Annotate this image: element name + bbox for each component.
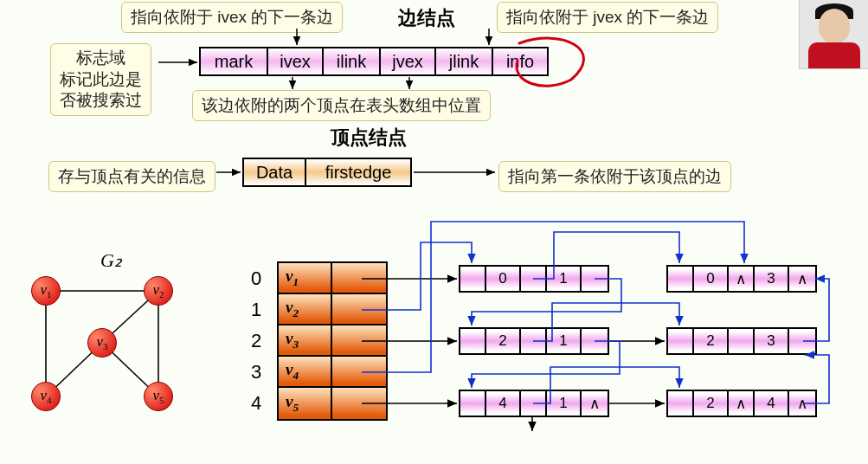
graph-vertex-v5: v5 [144,382,173,411]
va-ptr-3 [332,357,386,388]
cell [668,267,694,291]
cell: ∧ [789,391,815,416]
callout-mark: 标志域 标记此边是 否被搜索过 [50,43,151,116]
index-2: 2 [251,330,261,352]
cell: 0 [694,267,729,291]
graph-g2: G₂ v1 v2 v3 v4 v5 [24,260,206,441]
va-label-0: v1 [279,263,331,294]
callout-ivex-jvex: 该边依附的两个顶点在表头数组中位置 [192,90,491,121]
field-ivex: ivex [268,48,324,74]
field-ilink: ilink [324,48,381,74]
cell [789,329,815,353]
graph-vertex-v3: v3 [87,328,117,358]
index-4: 4 [251,392,261,415]
edge-node-r4b: 2 ∧ 4 ∧ [666,390,817,417]
va-label-1: v2 [279,294,331,325]
field-data: Data [244,159,306,185]
cell [460,267,486,291]
cell: 0 [486,267,521,291]
va-ptr-0 [332,263,386,294]
field-jlink: jlink [436,48,493,74]
cell [729,329,755,353]
va-label-4: v5 [279,388,331,419]
vertex-array: v1 v2 v3 v4 v5 [277,261,388,421]
cell: 4 [486,391,521,416]
va-ptr-1 [332,294,386,325]
field-firstedge: firstedge [306,159,410,185]
field-jvex: jvex [381,48,436,74]
edge-node-r2a: 2 1 [459,327,609,355]
cell: 2 [694,391,729,416]
cell: 1 [547,391,582,416]
edge-node-r0b: 0 ∧ 3 ∧ [666,265,817,293]
cell [521,329,547,353]
callout-mark-text: 标志域 标记此边是 否被搜索过 [60,48,142,109]
cell [521,267,547,291]
vertex-node-structure: Data firstedge [242,158,412,187]
callout-ilink: 指向依附于 ivex 的下一条边 [121,2,343,33]
graph-vertex-v1: v1 [31,276,61,306]
va-ptr-2 [332,325,386,357]
va-label-2: v3 [279,325,331,357]
graph-vertex-v4: v4 [31,382,61,411]
cell [582,329,608,353]
cell [460,391,486,416]
index-3: 3 [251,361,261,383]
callout-firstedge: 指向第一条依附于该顶点的边 [498,161,731,192]
cell: 1 [547,329,582,353]
index-1: 1 [251,299,261,321]
cell: ∧ [582,391,608,416]
cell: 2 [486,329,521,353]
cell [582,267,608,291]
cell [460,329,486,353]
cell [668,329,694,353]
cell: 1 [547,267,582,291]
webcam-thumbnail [799,0,868,69]
cell [521,391,547,416]
callout-data: 存与顶点有关的信息 [48,161,215,192]
va-label-3: v4 [279,357,331,388]
cell: ∧ [729,391,755,416]
graph-label: G₂ [100,249,122,272]
cell: 4 [755,391,789,416]
title-edge-node: 边结点 [398,5,455,31]
index-0: 0 [251,267,261,290]
cell: 3 [755,267,789,291]
field-info: info [493,48,547,74]
edge-node-r0a: 0 1 [459,265,609,293]
callout-jlink: 指向依附于 jvex 的下一条边 [497,2,718,33]
graph-vertex-v2: v2 [144,276,173,306]
cell: 2 [694,329,729,353]
field-mark: mark [201,48,268,74]
edge-node-r4a: 4 1 ∧ [459,390,609,417]
cell [668,391,694,416]
title-vertex-node: 顶点结点 [331,125,407,151]
cell: ∧ [789,267,815,291]
cell: 3 [755,329,789,353]
va-ptr-4 [332,388,386,419]
edge-node-r2b: 2 3 [666,327,817,355]
cell: ∧ [729,267,755,291]
edge-node-structure: mark ivex ilink jvex jlink info [199,47,549,76]
